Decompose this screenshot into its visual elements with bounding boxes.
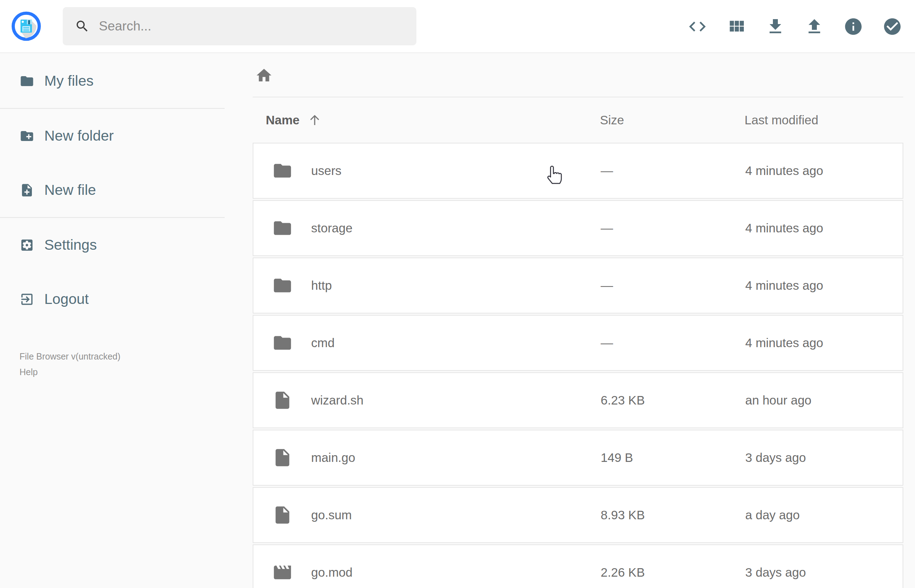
sidebar-item-my-files[interactable]: My files bbox=[0, 54, 225, 108]
file-size: 6.23 KB bbox=[601, 393, 645, 407]
file-listing: Name Size Last modified users — 4 minute… bbox=[253, 54, 903, 588]
file-icon bbox=[272, 447, 293, 468]
breadcrumb bbox=[253, 54, 903, 97]
download-icon bbox=[765, 17, 785, 37]
folder-icon bbox=[19, 74, 34, 89]
file-modified: an hour ago bbox=[745, 393, 812, 407]
file-row-users[interactable]: users — 4 minutes ago bbox=[253, 143, 903, 199]
sidebar-item-label: My files bbox=[44, 73, 94, 89]
file-size: — bbox=[601, 221, 613, 235]
sidebar-item-label: Logout bbox=[44, 291, 89, 307]
file-name: users bbox=[311, 164, 342, 178]
sidebar: My filesNew folderNew fileSettingsLogout… bbox=[0, 54, 225, 588]
file-size: 8.93 KB bbox=[601, 508, 645, 522]
upload-button[interactable] bbox=[804, 17, 824, 37]
file-plus-icon bbox=[19, 183, 34, 198]
settings-icon bbox=[19, 237, 34, 252]
file-name: http bbox=[311, 278, 332, 292]
file-name: cmd bbox=[311, 336, 335, 350]
file-row-go.sum[interactable]: go.sum 8.93 KB a day ago bbox=[253, 487, 903, 543]
arrow-up-icon bbox=[307, 113, 322, 128]
sidebar-item-new-folder[interactable]: New folder bbox=[0, 109, 225, 163]
listing-header: Name Size Last modified bbox=[253, 97, 903, 143]
sidebar-item-settings[interactable]: Settings bbox=[0, 218, 225, 272]
file-row-go.mod[interactable]: go.mod 2.26 KB 3 days ago bbox=[253, 544, 903, 588]
file-icon bbox=[272, 390, 293, 410]
file-size: — bbox=[601, 336, 613, 350]
file-modified: 4 minutes ago bbox=[745, 164, 823, 178]
file-modified: 4 minutes ago bbox=[745, 336, 823, 350]
app-version-text: File Browser v(untracked) bbox=[19, 349, 121, 364]
file-row-wizard.sh[interactable]: wizard.sh 6.23 KB an hour ago bbox=[253, 372, 903, 428]
file-name: storage bbox=[311, 221, 352, 235]
home-button[interactable] bbox=[255, 66, 273, 84]
search-input[interactable] bbox=[90, 7, 416, 45]
sidebar-item-logout[interactable]: Logout bbox=[0, 272, 225, 326]
column-header-name[interactable]: Name bbox=[266, 97, 322, 143]
sidebar-item-new-file[interactable]: New file bbox=[0, 163, 225, 217]
file-row-storage[interactable]: storage — 4 minutes ago bbox=[253, 200, 903, 256]
file-row-http[interactable]: http — 4 minutes ago bbox=[253, 257, 903, 313]
file-size: 2.26 KB bbox=[601, 565, 645, 580]
file-name: go.mod bbox=[311, 565, 352, 580]
info-icon bbox=[844, 17, 863, 37]
file-size: — bbox=[601, 164, 613, 178]
folder-plus-icon bbox=[19, 129, 34, 144]
file-modified: 4 minutes ago bbox=[745, 278, 823, 292]
file-modified: 3 days ago bbox=[745, 565, 806, 580]
column-name-label: Name bbox=[266, 113, 299, 127]
file-name: wizard.sh bbox=[311, 393, 364, 407]
download-button[interactable] bbox=[765, 17, 785, 37]
column-header-modified[interactable]: Last modified bbox=[745, 97, 818, 143]
sidebar-footer: File Browser v(untracked) Help bbox=[19, 349, 121, 380]
folder-icon bbox=[272, 160, 293, 181]
search-icon bbox=[75, 19, 90, 34]
app-logo[interactable] bbox=[11, 11, 42, 42]
file-size: 149 B bbox=[601, 451, 633, 465]
topbar-actions bbox=[687, 0, 902, 53]
info-button[interactable] bbox=[844, 17, 863, 37]
view-mode-button[interactable] bbox=[726, 17, 746, 37]
logout-icon bbox=[19, 292, 34, 307]
file-size: — bbox=[601, 278, 613, 292]
check-circle-icon bbox=[883, 17, 902, 37]
top-bar bbox=[0, 0, 915, 53]
sidebar-item-label: Settings bbox=[44, 237, 97, 253]
file-icon bbox=[272, 505, 293, 525]
folder-icon bbox=[272, 275, 293, 296]
grid-view-icon bbox=[726, 17, 746, 37]
sidebar-item-label: New folder bbox=[44, 128, 114, 144]
column-header-size[interactable]: Size bbox=[600, 97, 624, 143]
select-multiple-button[interactable] bbox=[883, 17, 902, 37]
folder-icon bbox=[272, 333, 293, 353]
upload-icon bbox=[804, 17, 824, 37]
file-row-main.go[interactable]: main.go 149 B 3 days ago bbox=[253, 430, 903, 486]
file-modified: 3 days ago bbox=[745, 451, 806, 465]
file-modified: 4 minutes ago bbox=[745, 221, 823, 235]
file-name: main.go bbox=[311, 451, 356, 465]
file-modified: a day ago bbox=[745, 508, 800, 522]
shell-toggle-button[interactable] bbox=[687, 17, 707, 37]
help-link[interactable]: Help bbox=[19, 364, 121, 380]
code-icon bbox=[687, 17, 707, 37]
folder-icon bbox=[272, 218, 293, 238]
file-row-cmd[interactable]: cmd — 4 minutes ago bbox=[253, 315, 903, 371]
file-name: go.sum bbox=[311, 508, 352, 522]
search-box[interactable] bbox=[63, 7, 416, 45]
movie-file-icon bbox=[272, 562, 293, 583]
sidebar-item-label: New file bbox=[44, 182, 96, 199]
